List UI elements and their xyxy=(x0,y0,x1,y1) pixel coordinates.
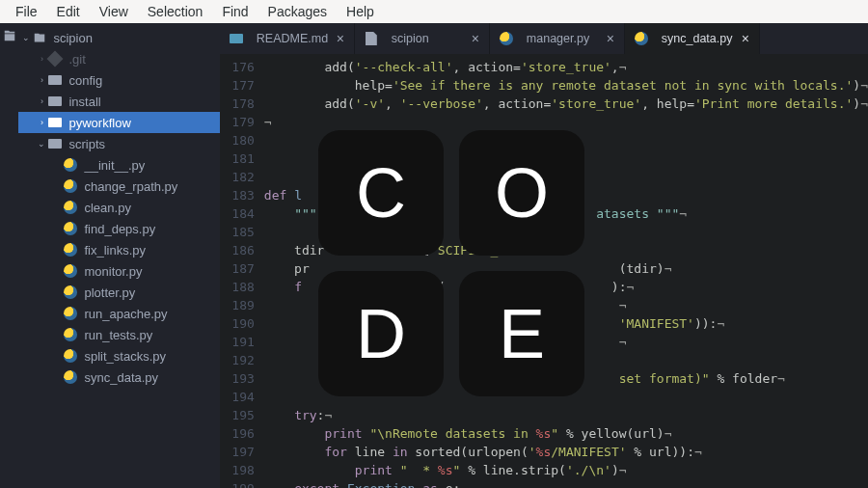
code-area[interactable]: 176 177 178 179 180 181 182 183 184 185 … xyxy=(220,54,868,488)
tab[interactable]: scipion× xyxy=(355,23,490,54)
markdown-icon xyxy=(230,32,243,45)
tree-item[interactable]: plotter.py xyxy=(18,282,219,303)
tab-label: scipion xyxy=(392,32,429,45)
line-numbers: 176 177 178 179 180 181 182 183 184 185 … xyxy=(220,54,264,488)
folder-icon xyxy=(47,136,63,151)
tree-item[interactable]: find_deps.py xyxy=(18,218,219,239)
python-icon xyxy=(63,327,78,342)
python-icon xyxy=(63,200,78,215)
folder-icon xyxy=(47,72,63,88)
tree-item[interactable]: change_rpath.py xyxy=(18,176,219,197)
python-icon xyxy=(63,369,78,385)
tab-bar: README.md×scipion×manager.py×sync_data.p… xyxy=(220,23,868,54)
chevron-icon: ⌄ xyxy=(38,139,47,149)
python-icon xyxy=(500,32,513,45)
tab-label: manager.py xyxy=(527,32,589,45)
python-icon xyxy=(63,306,78,321)
python-icon xyxy=(63,178,78,194)
close-icon[interactable]: × xyxy=(337,31,344,46)
python-icon xyxy=(63,263,78,279)
tree-item-label: monitor.py xyxy=(84,264,142,279)
python-icon xyxy=(63,348,78,364)
tree-item[interactable]: clean.py xyxy=(18,197,219,218)
tree-item[interactable]: ›.git xyxy=(18,48,219,69)
editor-pane: README.md×scipion×manager.py×sync_data.p… xyxy=(220,23,868,488)
python-icon xyxy=(63,242,78,258)
tree-item-label: clean.py xyxy=(84,201,130,215)
tree-item-label: change_rpath.py xyxy=(84,179,177,194)
menu-selection[interactable]: Selection xyxy=(138,2,213,21)
tree-item[interactable]: run_tests.py xyxy=(18,324,219,345)
python-icon xyxy=(63,157,78,173)
tree-item-label: run_tests.py xyxy=(84,328,152,342)
tab[interactable]: sync_data.py× xyxy=(625,23,760,54)
python-icon xyxy=(63,221,78,236)
menu-edit[interactable]: Edit xyxy=(47,2,90,21)
tab-label: sync_data.py xyxy=(662,32,733,45)
tree-item-label: config xyxy=(68,73,102,88)
tree-item-label: .git xyxy=(68,52,85,67)
menu-find[interactable]: Find xyxy=(212,2,258,21)
tree-item-label: find_deps.py xyxy=(84,222,155,236)
tree-item-label: plotter.py xyxy=(84,285,135,300)
folder-icon xyxy=(47,94,63,109)
close-icon[interactable]: × xyxy=(607,31,614,46)
chevron-icon: › xyxy=(38,118,47,127)
tree-item[interactable]: ›config xyxy=(18,69,219,91)
tree-item[interactable]: ⌄scripts xyxy=(18,133,219,154)
tree-item-label: __init__.py xyxy=(84,158,145,173)
menubar: FileEditViewSelectionFindPackagesHelp xyxy=(0,0,868,23)
tree-item[interactable]: monitor.py xyxy=(18,260,219,282)
chevron-icon: › xyxy=(38,75,47,85)
tree-item[interactable]: split_stacks.py xyxy=(18,345,219,366)
tab[interactable]: README.md× xyxy=(220,23,355,54)
file-tree-icon[interactable] xyxy=(3,29,16,45)
tree-item[interactable]: ›pyworkflow xyxy=(18,112,219,133)
tree-item-label: install xyxy=(68,95,100,109)
tree-item-label: scripts xyxy=(68,137,105,151)
source-code[interactable]: add('--check-all', action='store_true',¬… xyxy=(264,54,868,488)
file-tree: ⌄ scipion ›.git›config›install›pyworkflo… xyxy=(18,23,219,488)
tree-root-label: scipion xyxy=(53,31,92,45)
activity-bar xyxy=(0,23,18,488)
python-icon xyxy=(63,285,78,300)
menu-file[interactable]: File xyxy=(6,2,47,21)
menu-packages[interactable]: Packages xyxy=(258,2,337,21)
tab-label: README.md xyxy=(257,32,328,45)
chevron-icon: › xyxy=(38,96,47,106)
chevron-down-icon: ⌄ xyxy=(22,33,32,42)
tab[interactable]: manager.py× xyxy=(490,23,625,54)
git-icon xyxy=(47,51,63,67)
tree-item[interactable]: sync_data.py xyxy=(18,366,219,388)
tree-item[interactable]: ›install xyxy=(18,91,219,112)
tree-item-label: pyworkflow xyxy=(68,116,130,130)
close-icon[interactable]: × xyxy=(472,31,479,46)
file-icon xyxy=(365,32,378,45)
tree-item-label: run_apache.py xyxy=(84,307,167,321)
tree-item-label: fix_links.py xyxy=(84,243,146,258)
tree-item-label: split_stacks.py xyxy=(84,349,166,364)
tree-item-label: sync_data.py xyxy=(84,370,158,385)
python-icon xyxy=(635,32,648,45)
folder-icon xyxy=(47,115,63,130)
tree-item[interactable]: fix_links.py xyxy=(18,239,219,260)
close-icon[interactable]: × xyxy=(742,31,749,46)
tree-item[interactable]: run_apache.py xyxy=(18,303,219,324)
menu-view[interactable]: View xyxy=(90,2,138,21)
tree-item[interactable]: __init__.py xyxy=(18,154,219,176)
menu-help[interactable]: Help xyxy=(337,2,384,21)
tree-root[interactable]: ⌄ scipion xyxy=(18,27,219,48)
project-icon xyxy=(32,30,47,45)
